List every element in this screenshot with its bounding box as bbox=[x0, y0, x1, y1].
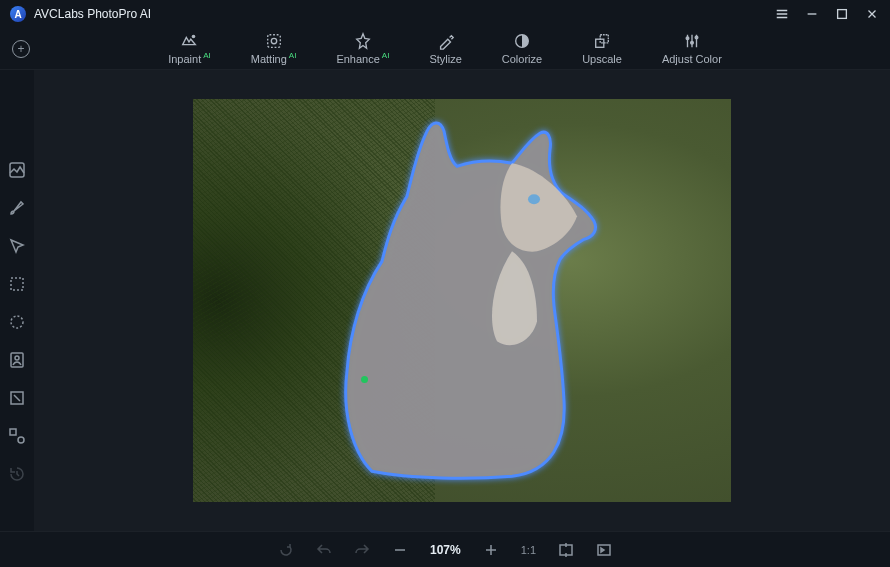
hamburger-menu-icon[interactable] bbox=[774, 6, 790, 22]
upscale-icon bbox=[593, 32, 611, 50]
svg-rect-11 bbox=[11, 278, 23, 290]
svg-point-9 bbox=[695, 36, 698, 39]
ai-badge: AI bbox=[382, 51, 390, 60]
app-title: AVCLabs PhotoPro AI bbox=[34, 7, 151, 21]
redo-button bbox=[354, 542, 370, 558]
tool-inpaint[interactable]: InpaintAI bbox=[168, 32, 211, 65]
svg-point-17 bbox=[18, 437, 24, 443]
tool-adjust-color[interactable]: Adjust Color bbox=[662, 32, 722, 65]
adjust-color-icon bbox=[683, 32, 701, 50]
bottom-bar: 107% 1:1 bbox=[0, 531, 890, 567]
zoom-actual-button[interactable]: 1:1 bbox=[521, 542, 536, 558]
tool-label: Matting bbox=[251, 53, 287, 65]
inpaint-icon bbox=[180, 32, 198, 50]
ai-badge: AI bbox=[203, 51, 211, 60]
svg-point-3 bbox=[271, 38, 276, 43]
maximize-button[interactable] bbox=[834, 6, 850, 22]
app-logo-icon: A bbox=[10, 6, 26, 22]
tool-enhance[interactable]: EnhanceAI bbox=[336, 32, 389, 65]
tool-label: Colorize bbox=[502, 53, 542, 65]
minimize-button[interactable] bbox=[804, 6, 820, 22]
close-button[interactable] bbox=[864, 6, 880, 22]
tool-label: Adjust Color bbox=[662, 53, 722, 65]
main-toolbar: + InpaintAI MattingAI EnhanceAI Stylize … bbox=[0, 28, 890, 70]
tool-label: Enhance bbox=[336, 53, 379, 65]
selection-marker-dot bbox=[361, 376, 368, 383]
svg-rect-16 bbox=[10, 429, 16, 435]
object-selection-tool-icon[interactable] bbox=[7, 236, 27, 256]
shapes-tool-icon[interactable] bbox=[7, 426, 27, 446]
tool-label: Upscale bbox=[582, 53, 622, 65]
enhance-icon bbox=[354, 32, 372, 50]
tool-stylize[interactable]: Stylize bbox=[429, 32, 461, 65]
fit-screen-button[interactable] bbox=[558, 542, 574, 558]
matting-icon bbox=[265, 32, 283, 50]
colorize-icon bbox=[513, 32, 531, 50]
left-sidebar: Object selection tool bbox=[0, 70, 34, 531]
lasso-tool-icon[interactable] bbox=[7, 312, 27, 332]
tool-upscale[interactable]: Upscale bbox=[582, 32, 622, 65]
zoom-out-button[interactable] bbox=[392, 542, 408, 558]
portrait-tool-icon[interactable] bbox=[7, 350, 27, 370]
crop-tool-icon[interactable] bbox=[7, 388, 27, 408]
svg-rect-2 bbox=[267, 35, 280, 48]
zoom-value: 107% bbox=[430, 543, 461, 557]
svg-point-14 bbox=[15, 356, 19, 360]
svg-rect-0 bbox=[838, 10, 847, 19]
refresh-button bbox=[278, 542, 294, 558]
svg-point-8 bbox=[691, 41, 694, 44]
tool-label: Inpaint bbox=[168, 53, 201, 65]
tool-label: Stylize bbox=[429, 53, 461, 65]
svg-point-18 bbox=[528, 194, 540, 204]
tool-colorize[interactable]: Colorize bbox=[502, 32, 542, 65]
svg-point-7 bbox=[686, 37, 689, 40]
tool-matting[interactable]: MattingAI bbox=[251, 32, 297, 65]
image-canvas[interactable] bbox=[193, 99, 731, 502]
canvas-area[interactable] bbox=[34, 70, 890, 531]
history-tool-icon bbox=[7, 464, 27, 484]
compare-button[interactable] bbox=[596, 542, 612, 558]
image-adjust-tool-icon[interactable] bbox=[7, 160, 27, 180]
svg-point-12 bbox=[11, 316, 23, 328]
titlebar: A AVCLabs PhotoPro AI bbox=[0, 0, 890, 28]
rect-select-tool-icon[interactable] bbox=[7, 274, 27, 294]
undo-button bbox=[316, 542, 332, 558]
add-image-button[interactable]: + bbox=[12, 40, 30, 58]
zoom-in-button[interactable] bbox=[483, 542, 499, 558]
stylize-icon bbox=[437, 32, 455, 50]
selection-outline bbox=[312, 101, 612, 485]
ai-badge: AI bbox=[289, 51, 297, 60]
brush-tool-icon[interactable] bbox=[7, 198, 27, 218]
svg-point-1 bbox=[192, 35, 196, 39]
